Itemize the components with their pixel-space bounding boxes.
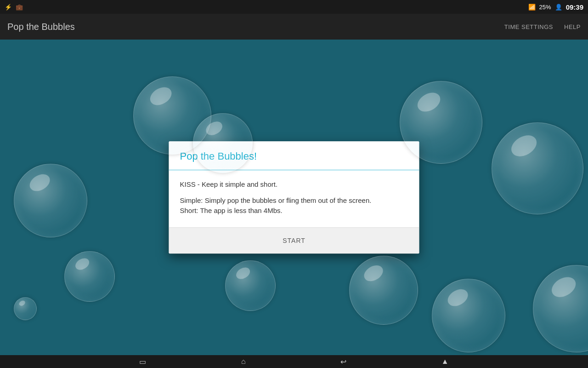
- wifi-icon: 📶: [528, 4, 536, 11]
- start-button[interactable]: START: [268, 231, 320, 250]
- status-bar: ⚡ 💼 📶 25% 👤 09:39: [0, 0, 588, 14]
- status-left-icons: ⚡ 💼: [5, 4, 23, 11]
- usb-icon: ⚡: [5, 4, 12, 11]
- bubble[interactable]: [400, 81, 482, 164]
- bubble[interactable]: [492, 122, 583, 214]
- briefcase-icon: 💼: [16, 4, 23, 11]
- bubble[interactable]: [14, 297, 37, 320]
- bubble[interactable]: [225, 260, 276, 311]
- bubble[interactable]: [533, 265, 588, 352]
- bubble[interactable]: [349, 256, 418, 325]
- dialog-content: KISS - Keep it simple and short. Simple:…: [169, 170, 419, 227]
- back-icon[interactable]: ↩: [340, 357, 346, 366]
- person-icon: 👤: [555, 4, 562, 11]
- bubble[interactable]: [193, 113, 253, 173]
- dialog-actions: START: [169, 227, 419, 253]
- dialog-line1: KISS - Keep it simple and short.: [180, 179, 408, 190]
- bubble[interactable]: [432, 279, 505, 352]
- battery-percent: 25%: [539, 4, 551, 11]
- time-settings-button[interactable]: TIME SETTINGS: [504, 23, 553, 30]
- clock-time: 09:39: [566, 3, 583, 11]
- home-icon[interactable]: ⌂: [241, 357, 246, 366]
- app-title: Pop the Bubbles: [7, 22, 75, 32]
- main-content: Pop the Bubbles! KISS - Keep it simple a…: [0, 40, 588, 355]
- status-right-icons: 📶 25% 👤 09:39: [528, 3, 583, 11]
- nav-bar: ▭ ⌂ ↩ ▲: [0, 355, 588, 368]
- bubble[interactable]: [14, 164, 87, 237]
- help-button[interactable]: HELP: [564, 23, 581, 30]
- dialog-line2: Simple: Simply pop the bubbles or fling …: [180, 196, 408, 216]
- recent-apps-icon[interactable]: ▭: [139, 357, 146, 366]
- action-bar: Pop the Bubbles TIME SETTINGS HELP: [0, 14, 588, 40]
- action-buttons: TIME SETTINGS HELP: [504, 23, 581, 30]
- bubble[interactable]: [64, 251, 115, 302]
- keyboard-icon[interactable]: ▲: [441, 357, 449, 366]
